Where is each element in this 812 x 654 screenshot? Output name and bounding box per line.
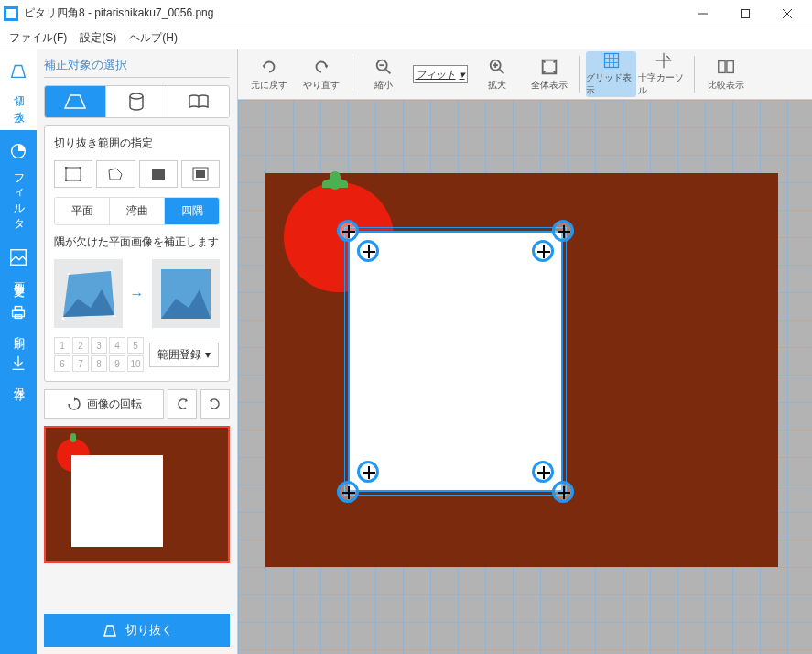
num-4[interactable]: 4 <box>109 337 125 354</box>
shape-poly[interactable] <box>96 160 135 188</box>
redo-icon <box>311 57 331 77</box>
book-icon <box>188 93 210 110</box>
handle-br-outer[interactable] <box>552 481 574 503</box>
rail-print-label: 印刷 <box>11 328 27 332</box>
num-6[interactable]: 6 <box>54 355 70 372</box>
cylinder-icon <box>127 93 146 111</box>
svg-marker-20 <box>61 317 65 321</box>
seg-curved[interactable]: 湾曲 <box>110 198 165 224</box>
svg-rect-6 <box>13 310 25 316</box>
num-7[interactable]: 7 <box>72 355 89 372</box>
num-3[interactable]: 3 <box>91 337 107 354</box>
svg-line-32 <box>385 70 390 74</box>
toolbar: 元に戻す やり直す 縮小 フィット ▾ 拡大 <box>238 49 812 100</box>
svg-marker-29 <box>262 65 265 69</box>
svg-marker-21 <box>67 273 70 275</box>
crosshair-button[interactable]: 十字カーソル <box>638 51 688 97</box>
seg-flat[interactable]: 平面 <box>55 198 110 224</box>
fitall-label: 全体表示 <box>531 79 568 92</box>
svg-point-11 <box>65 167 68 169</box>
svg-point-13 <box>65 180 68 182</box>
undo-icon <box>259 57 279 77</box>
svg-rect-39 <box>604 54 618 68</box>
zoomout-icon <box>374 57 394 77</box>
menubar: ファイル(F) 設定(S) ヘルプ(H) <box>0 27 812 49</box>
separator <box>694 56 695 93</box>
svg-rect-15 <box>152 169 165 180</box>
rail-filter[interactable]: フィルタ <box>0 130 37 236</box>
svg-rect-7 <box>15 307 21 311</box>
seg-tabs: 平面 湾曲 四隅 <box>54 197 220 225</box>
chevron-down-icon: ▾ <box>205 348 211 361</box>
fit-select[interactable]: フィット ▾ <box>413 65 468 83</box>
zoomout-button[interactable]: 縮小 <box>358 51 408 97</box>
canvas[interactable] <box>238 100 812 654</box>
zoomin-label: 拡大 <box>488 79 506 92</box>
fitall-button[interactable]: 全体表示 <box>524 51 574 97</box>
num-9[interactable]: 9 <box>109 355 125 372</box>
handle-tr-outer[interactable] <box>552 220 574 242</box>
illustration-after <box>152 259 221 328</box>
thumbnail[interactable] <box>44 426 230 563</box>
rotate-button[interactable]: 画像の回転 <box>44 389 164 419</box>
window-title: ピタリ四角8 - pitarishikaku7_0056.png <box>24 5 682 21</box>
left-rail: 切り抜き フィルタ 画像変更 印刷 保存 <box>0 49 37 654</box>
shape-rect[interactable] <box>54 160 92 188</box>
mode-tab-trapezoid[interactable] <box>45 86 106 117</box>
rail-save[interactable]: 保存 <box>0 343 37 394</box>
close-button[interactable] <box>766 0 808 27</box>
range-register-button[interactable]: 範囲登録 ▾ <box>149 343 219 367</box>
undo-button[interactable]: 元に戻す <box>244 51 294 97</box>
num-1[interactable]: 1 <box>54 337 70 354</box>
zoomin-button[interactable]: 拡大 <box>471 51 522 97</box>
num-8[interactable]: 8 <box>91 355 107 372</box>
rotate-right-button[interactable] <box>200 389 230 419</box>
crosshair-icon <box>654 51 674 70</box>
grid-button[interactable]: グリッド表示 <box>586 51 636 97</box>
handle-tl-outer[interactable] <box>337 220 359 242</box>
help-text: 隅が欠けた平面画像を補正します <box>54 234 220 250</box>
handle-bl-outer[interactable] <box>337 481 359 503</box>
svg-point-12 <box>80 167 82 169</box>
shape-filled[interactable] <box>139 160 178 188</box>
svg-line-35 <box>499 70 503 74</box>
fitall-icon <box>539 57 559 77</box>
menu-file[interactable]: ファイル(F) <box>4 27 72 49</box>
seg-corners[interactable]: 四隅 <box>165 198 219 224</box>
crop-execute-button[interactable]: 切り抜く <box>44 614 230 647</box>
separator <box>352 56 352 93</box>
rotate-left-button[interactable] <box>168 389 197 419</box>
menu-settings[interactable]: 設定(S) <box>74 27 122 49</box>
titlebar: ピタリ四角8 - pitarishikaku7_0056.png <box>0 0 812 27</box>
minimize-button[interactable] <box>682 0 724 27</box>
trapezoid-icon <box>62 93 88 110</box>
shape-border[interactable] <box>181 160 220 188</box>
rail-imgchange[interactable]: 画像変更 <box>0 236 37 291</box>
thumb-paper <box>71 455 163 547</box>
num-5[interactable]: 5 <box>127 337 144 354</box>
rail-crop[interactable]: 切り抜き <box>0 49 37 130</box>
sidebar: 補正対象の選択 切り抜き範囲の指定 平面 湾曲 四隅 <box>37 49 238 654</box>
chevron-down-icon: ▾ <box>460 69 465 81</box>
compare-button[interactable]: 比較表示 <box>700 51 751 97</box>
handle-bl-inner[interactable] <box>357 461 379 483</box>
menu-help[interactable]: ヘルプ(H) <box>124 27 183 49</box>
mode-tab-cylinder[interactable] <box>106 86 168 117</box>
handle-tr-inner[interactable] <box>532 240 554 262</box>
svg-rect-17 <box>196 170 205 178</box>
rotate-row: 画像の回転 <box>44 389 230 419</box>
maximize-button[interactable] <box>724 0 766 27</box>
crop-range-panel: 切り抜き範囲の指定 平面 湾曲 四隅 隅が欠けた平面画像を補正します → <box>44 125 230 382</box>
num-10[interactable]: 10 <box>127 355 144 372</box>
range-register-label: 範囲登録 <box>157 347 201 363</box>
num-2[interactable]: 2 <box>72 337 89 354</box>
handle-tl-inner[interactable] <box>357 240 379 262</box>
handle-br-inner[interactable] <box>532 461 554 483</box>
crop-frame[interactable] <box>348 231 563 492</box>
undo-label: 元に戻す <box>251 79 287 92</box>
redo-button[interactable]: やり直す <box>296 51 346 97</box>
rail-print[interactable]: 印刷 <box>0 291 37 343</box>
sidebar-title: 補正対象の選択 <box>44 57 230 78</box>
separator <box>579 56 580 93</box>
mode-tab-book[interactable] <box>168 86 229 117</box>
